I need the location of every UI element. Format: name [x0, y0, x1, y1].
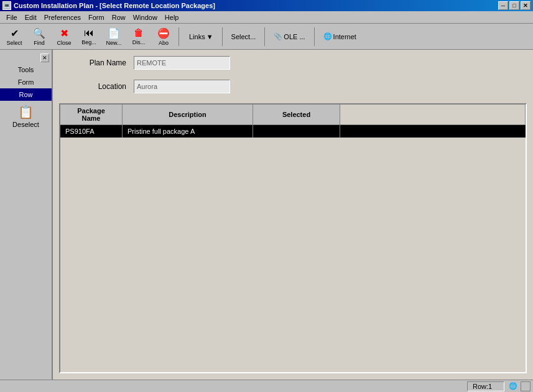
internet-button[interactable]: 🌐 Internet [319, 30, 361, 42]
new-label: New... [106, 40, 121, 46]
menu-row[interactable]: Row [108, 12, 129, 22]
beg-button[interactable]: ⏮ Beg... [77, 26, 101, 48]
close-button[interactable]: ✕ [521, 1, 531, 10]
close-icon: ✖ [60, 27, 68, 39]
find-icon: 🔍 [33, 27, 45, 39]
menu-edit[interactable]: Edit [21, 12, 40, 22]
dis-label: Dis... [132, 39, 146, 45]
abo-label: Abo [159, 40, 169, 46]
menu-bar: File Edit Preferences Form Row Window He… [0, 11, 533, 24]
col-header-package: PackageName [60, 105, 123, 124]
title-icon: 💻 [2, 1, 11, 10]
toolbar-sep3 [264, 27, 265, 46]
internet-icon: 🌐 [323, 32, 332, 40]
col-header-selected: Selected [253, 105, 340, 124]
minimize-button[interactable]: ─ [498, 1, 508, 10]
col-header-rest [340, 105, 526, 124]
sidebar-close-button[interactable]: ✕ [40, 54, 49, 62]
main-layout: ✕ Tools Form Row 📋 Deselect Plan Name Lo… [0, 50, 533, 380]
deselect-label: Deselect [12, 121, 39, 128]
menu-file[interactable]: File [2, 12, 21, 22]
menu-preferences[interactable]: Preferences [40, 12, 85, 22]
select-icon: ✔ [11, 27, 19, 39]
deselect-button[interactable]: 📋 Deselect [0, 101, 52, 132]
new-icon: 📄 [108, 27, 120, 39]
dis-icon: 🗑 [134, 27, 144, 39]
plan-name-label: Plan Name [59, 58, 134, 67]
select-button[interactable]: ✔ Select [2, 26, 26, 48]
find-label: Find [34, 40, 45, 46]
toolbar-separator [178, 27, 179, 46]
packages-table: PackageName Description Selected PS910FA… [59, 103, 527, 373]
ole-icon: 📎 [274, 32, 282, 40]
abo-icon: ⛔ [157, 27, 170, 39]
location-input[interactable] [134, 80, 230, 93]
content-area: Plan Name Location PackageName Descripti… [53, 50, 533, 380]
toolbar-right: Links ▼ Select... 📎 OLE ... 🌐 Internet [185, 27, 361, 46]
status-right: 🌐 [507, 381, 531, 392]
find-button[interactable]: 🔍 Find [27, 26, 51, 48]
deselect-icon: 📋 [18, 105, 34, 119]
select2-button[interactable]: Select... [227, 31, 261, 42]
title-bar-buttons: ─ □ ✕ [498, 1, 531, 10]
select-label: Select [6, 40, 22, 46]
table-header: PackageName Description Selected [60, 105, 526, 125]
status-bar: Row:1 🌐 [0, 380, 533, 392]
ole-button[interactable]: 📎 OLE ... [269, 30, 309, 42]
plan-name-row: Plan Name [59, 56, 527, 70]
abo-button[interactable]: ⛔ Abo [152, 26, 175, 48]
plan-name-input[interactable] [134, 56, 230, 70]
table-body: PS910FA Pristine full package A [60, 125, 526, 372]
internet-label: Internet [333, 33, 356, 40]
menu-form[interactable]: Form [85, 12, 108, 22]
new-button[interactable]: 📄 New... [102, 26, 126, 48]
status-row: Row:1 [467, 381, 504, 391]
beg-label: Beg... [81, 39, 96, 45]
menu-help[interactable]: Help [161, 12, 183, 22]
toolbar-sep4 [314, 27, 315, 46]
resize-handle[interactable] [521, 381, 531, 391]
close-toolbar-button[interactable]: ✖ Close [52, 26, 76, 48]
toolbar-sep2 [222, 27, 223, 46]
globe-icon: 🌐 [507, 381, 519, 392]
maximize-button[interactable]: □ [509, 1, 519, 10]
table-row[interactable]: PS910FA Pristine full package A [60, 125, 526, 138]
title-bar: 💻 Custom Installation Plan - [Select Rem… [0, 0, 533, 11]
toolbar: ✔ Select 🔍 Find ✖ Close ⏮ Beg... 📄 New..… [0, 24, 533, 50]
cell-package-name: PS910FA [60, 125, 123, 138]
close-label: Close [57, 40, 71, 46]
select2-label: Select... [231, 33, 256, 40]
cell-description: Pristine full package A [123, 125, 253, 138]
sidebar-close-area: ✕ [0, 52, 52, 63]
col-header-description: Description [123, 105, 253, 124]
sidebar: ✕ Tools Form Row 📋 Deselect [0, 50, 53, 380]
window-title: Custom Installation Plan - [Select Remot… [14, 2, 498, 9]
beg-icon: ⏮ [84, 27, 94, 39]
sidebar-tab-row[interactable]: Row [0, 88, 52, 101]
dis-button[interactable]: 🗑 Dis... [127, 26, 151, 48]
location-row: Location [59, 80, 527, 93]
sidebar-tab-tools[interactable]: Tools [0, 63, 52, 76]
sidebar-tab-form[interactable]: Form [0, 76, 52, 88]
menu-window[interactable]: Window [129, 12, 161, 22]
links-button[interactable]: Links ▼ [185, 31, 218, 42]
ole-label: OLE ... [284, 33, 305, 40]
cell-selected [253, 125, 340, 138]
links-arrow-icon: ▼ [206, 33, 213, 40]
location-label: Location [59, 82, 134, 91]
links-label: Links [189, 33, 205, 40]
